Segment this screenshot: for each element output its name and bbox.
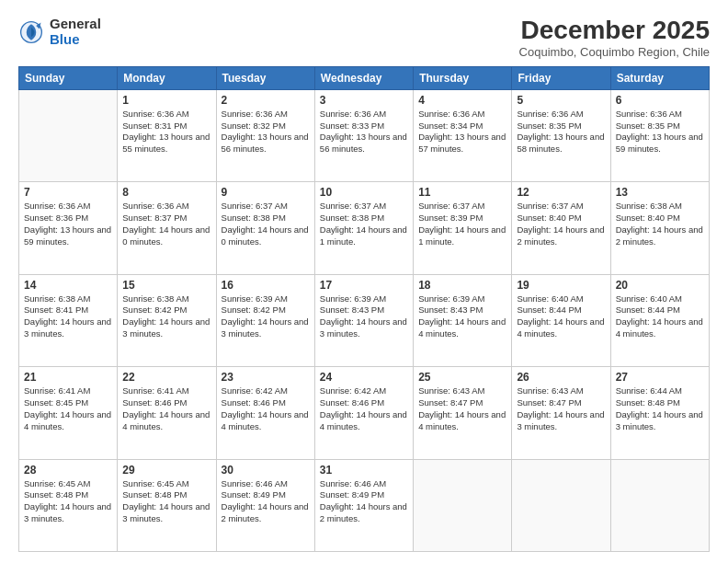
day-number: 28 bbox=[24, 464, 112, 477]
day-number: 4 bbox=[418, 94, 506, 107]
day-number: 27 bbox=[616, 371, 704, 384]
cell-info: Sunrise: 6:37 AM Sunset: 8:38 PM Dayligh… bbox=[320, 201, 408, 247]
cell-info: Sunrise: 6:39 AM Sunset: 8:43 PM Dayligh… bbox=[418, 293, 506, 340]
calendar-cell: 11Sunrise: 6:37 AM Sunset: 8:39 PM Dayli… bbox=[414, 182, 512, 274]
calendar-cell bbox=[414, 459, 512, 551]
calendar-week-row: 1Sunrise: 6:36 AM Sunset: 8:31 PM Daylig… bbox=[19, 89, 710, 181]
calendar-cell: 6Sunrise: 6:36 AM Sunset: 8:35 PM Daylig… bbox=[610, 89, 709, 181]
calendar-week-row: 14Sunrise: 6:38 AM Sunset: 8:41 PM Dayli… bbox=[19, 274, 710, 366]
cell-info: Sunrise: 6:40 AM Sunset: 8:44 PM Dayligh… bbox=[616, 293, 704, 340]
cell-info: Sunrise: 6:41 AM Sunset: 8:46 PM Dayligh… bbox=[122, 385, 210, 432]
day-number: 10 bbox=[320, 186, 408, 199]
cell-info: Sunrise: 6:36 AM Sunset: 8:32 PM Dayligh… bbox=[222, 109, 310, 155]
page: General Blue December 2025 Coquimbo, Coq… bbox=[0, 0, 728, 563]
calendar-cell: 5Sunrise: 6:36 AM Sunset: 8:35 PM Daylig… bbox=[512, 89, 610, 181]
cell-info: Sunrise: 6:37 AM Sunset: 8:38 PM Dayligh… bbox=[222, 201, 310, 247]
calendar-header-row: SundayMondayTuesdayWednesdayThursdayFrid… bbox=[19, 66, 710, 89]
cell-info: Sunrise: 6:42 AM Sunset: 8:46 PM Dayligh… bbox=[320, 385, 408, 432]
day-number: 9 bbox=[222, 186, 310, 199]
calendar-cell bbox=[19, 89, 118, 181]
weekday-header: Sunday bbox=[19, 66, 118, 89]
day-number: 8 bbox=[122, 186, 210, 199]
day-number: 14 bbox=[24, 279, 112, 292]
day-number: 12 bbox=[517, 186, 605, 199]
day-number: 17 bbox=[320, 279, 408, 292]
cell-info: Sunrise: 6:36 AM Sunset: 8:34 PM Dayligh… bbox=[418, 109, 506, 155]
cell-info: Sunrise: 6:36 AM Sunset: 8:33 PM Dayligh… bbox=[320, 109, 408, 155]
weekday-header: Saturday bbox=[610, 66, 709, 89]
calendar-cell: 19Sunrise: 6:40 AM Sunset: 8:44 PM Dayli… bbox=[512, 274, 610, 366]
calendar-cell: 17Sunrise: 6:39 AM Sunset: 8:43 PM Dayli… bbox=[314, 274, 413, 366]
calendar-week-row: 7Sunrise: 6:36 AM Sunset: 8:36 PM Daylig… bbox=[19, 182, 710, 274]
calendar-cell: 7Sunrise: 6:36 AM Sunset: 8:36 PM Daylig… bbox=[19, 182, 118, 274]
calendar-cell: 30Sunrise: 6:46 AM Sunset: 8:49 PM Dayli… bbox=[216, 459, 314, 551]
calendar-cell: 9Sunrise: 6:37 AM Sunset: 8:38 PM Daylig… bbox=[216, 182, 314, 274]
cell-info: Sunrise: 6:39 AM Sunset: 8:42 PM Dayligh… bbox=[222, 293, 310, 340]
cell-info: Sunrise: 6:43 AM Sunset: 8:47 PM Dayligh… bbox=[517, 385, 605, 432]
calendar-cell: 23Sunrise: 6:42 AM Sunset: 8:46 PM Dayli… bbox=[216, 367, 314, 459]
cell-info: Sunrise: 6:36 AM Sunset: 8:31 PM Dayligh… bbox=[122, 109, 210, 155]
calendar-cell: 31Sunrise: 6:46 AM Sunset: 8:49 PM Dayli… bbox=[314, 459, 413, 551]
calendar-cell: 16Sunrise: 6:39 AM Sunset: 8:42 PM Dayli… bbox=[216, 274, 314, 366]
calendar-cell: 28Sunrise: 6:45 AM Sunset: 8:48 PM Dayli… bbox=[19, 459, 118, 551]
logo: General Blue bbox=[18, 17, 101, 47]
day-number: 23 bbox=[222, 371, 310, 384]
cell-info: Sunrise: 6:40 AM Sunset: 8:44 PM Dayligh… bbox=[517, 293, 605, 340]
cell-info: Sunrise: 6:43 AM Sunset: 8:47 PM Dayligh… bbox=[418, 385, 506, 432]
title-block: December 2025 Coquimbo, Coquimbo Region,… bbox=[519, 17, 710, 59]
day-number: 21 bbox=[24, 371, 112, 384]
day-number: 31 bbox=[320, 464, 408, 477]
cell-info: Sunrise: 6:38 AM Sunset: 8:41 PM Dayligh… bbox=[24, 293, 112, 340]
calendar-cell: 3Sunrise: 6:36 AM Sunset: 8:33 PM Daylig… bbox=[314, 89, 413, 181]
location-subtitle: Coquimbo, Coquimbo Region, Chile bbox=[519, 45, 710, 59]
day-number: 13 bbox=[616, 186, 704, 199]
cell-info: Sunrise: 6:42 AM Sunset: 8:46 PM Dayligh… bbox=[222, 385, 310, 432]
header: General Blue December 2025 Coquimbo, Coq… bbox=[18, 17, 710, 59]
day-number: 5 bbox=[517, 94, 605, 107]
cell-info: Sunrise: 6:36 AM Sunset: 8:36 PM Dayligh… bbox=[24, 201, 112, 247]
calendar-cell: 1Sunrise: 6:36 AM Sunset: 8:31 PM Daylig… bbox=[118, 89, 216, 181]
day-number: 29 bbox=[122, 464, 210, 477]
day-number: 22 bbox=[122, 371, 210, 384]
calendar-cell: 15Sunrise: 6:38 AM Sunset: 8:42 PM Dayli… bbox=[118, 274, 216, 366]
calendar-cell: 14Sunrise: 6:38 AM Sunset: 8:41 PM Dayli… bbox=[19, 274, 118, 366]
day-number: 25 bbox=[418, 371, 506, 384]
calendar-week-row: 28Sunrise: 6:45 AM Sunset: 8:48 PM Dayli… bbox=[19, 459, 710, 551]
day-number: 15 bbox=[122, 279, 210, 292]
day-number: 20 bbox=[616, 279, 704, 292]
cell-info: Sunrise: 6:37 AM Sunset: 8:40 PM Dayligh… bbox=[517, 201, 605, 247]
calendar-week-row: 21Sunrise: 6:41 AM Sunset: 8:45 PM Dayli… bbox=[19, 367, 710, 459]
weekday-header: Friday bbox=[512, 66, 610, 89]
day-number: 24 bbox=[320, 371, 408, 384]
day-number: 6 bbox=[616, 94, 704, 107]
day-number: 16 bbox=[222, 279, 310, 292]
cell-info: Sunrise: 6:44 AM Sunset: 8:48 PM Dayligh… bbox=[616, 385, 704, 432]
day-number: 11 bbox=[418, 186, 506, 199]
cell-info: Sunrise: 6:46 AM Sunset: 8:49 PM Dayligh… bbox=[222, 478, 310, 525]
weekday-header: Monday bbox=[118, 66, 216, 89]
calendar-cell: 13Sunrise: 6:38 AM Sunset: 8:40 PM Dayli… bbox=[610, 182, 709, 274]
logo-text: General Blue bbox=[50, 17, 101, 47]
calendar-cell: 8Sunrise: 6:36 AM Sunset: 8:37 PM Daylig… bbox=[118, 182, 216, 274]
calendar-cell: 27Sunrise: 6:44 AM Sunset: 8:48 PM Dayli… bbox=[610, 367, 709, 459]
calendar-cell: 10Sunrise: 6:37 AM Sunset: 8:38 PM Dayli… bbox=[314, 182, 413, 274]
weekday-header: Wednesday bbox=[314, 66, 413, 89]
cell-info: Sunrise: 6:46 AM Sunset: 8:49 PM Dayligh… bbox=[320, 478, 408, 525]
calendar-cell: 22Sunrise: 6:41 AM Sunset: 8:46 PM Dayli… bbox=[118, 367, 216, 459]
day-number: 18 bbox=[418, 279, 506, 292]
calendar-cell: 29Sunrise: 6:45 AM Sunset: 8:48 PM Dayli… bbox=[118, 459, 216, 551]
cell-info: Sunrise: 6:36 AM Sunset: 8:37 PM Dayligh… bbox=[122, 201, 210, 247]
day-number: 19 bbox=[517, 279, 605, 292]
cell-info: Sunrise: 6:39 AM Sunset: 8:43 PM Dayligh… bbox=[320, 293, 408, 340]
calendar-cell: 21Sunrise: 6:41 AM Sunset: 8:45 PM Dayli… bbox=[19, 367, 118, 459]
month-title: December 2025 bbox=[519, 17, 710, 45]
calendar-cell: 2Sunrise: 6:36 AM Sunset: 8:32 PM Daylig… bbox=[216, 89, 314, 181]
cell-info: Sunrise: 6:38 AM Sunset: 8:42 PM Dayligh… bbox=[122, 293, 210, 340]
logo-blue: Blue bbox=[50, 32, 101, 48]
logo-icon bbox=[18, 19, 44, 45]
cell-info: Sunrise: 6:45 AM Sunset: 8:48 PM Dayligh… bbox=[122, 478, 210, 525]
weekday-header: Tuesday bbox=[216, 66, 314, 89]
calendar-cell: 26Sunrise: 6:43 AM Sunset: 8:47 PM Dayli… bbox=[512, 367, 610, 459]
calendar-cell: 4Sunrise: 6:36 AM Sunset: 8:34 PM Daylig… bbox=[414, 89, 512, 181]
day-number: 26 bbox=[517, 371, 605, 384]
